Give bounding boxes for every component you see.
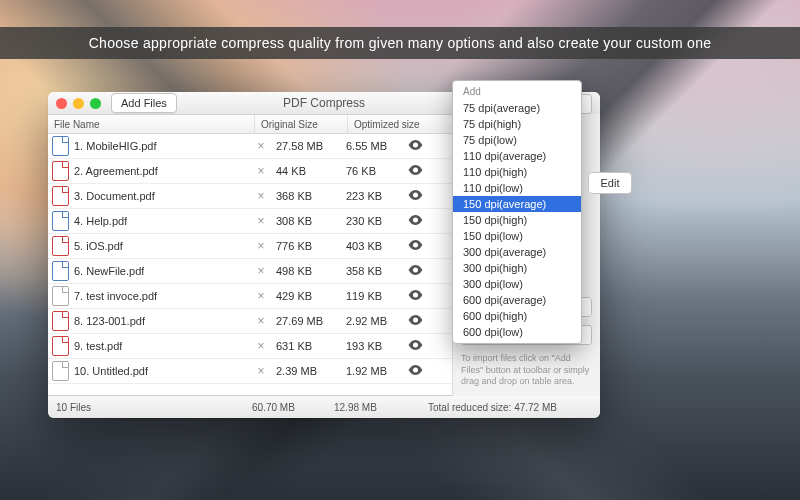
optimized-size: 358 KB: [340, 265, 404, 277]
original-size: 27.69 MB: [270, 315, 340, 327]
pdf-icon: [52, 336, 69, 356]
status-orig-total: 60.70 MB: [252, 402, 334, 413]
original-size: 308 KB: [270, 215, 340, 227]
pdf-icon: [52, 261, 69, 281]
original-size: 368 KB: [270, 190, 340, 202]
remove-icon[interactable]: ×: [252, 339, 270, 353]
pdf-icon: [52, 236, 69, 256]
optimized-size: 6.55 MB: [340, 140, 404, 152]
col-original-size[interactable]: Original Size: [255, 115, 348, 133]
file-name: 2. Agreement.pdf: [74, 165, 158, 177]
dropdown-option[interactable]: 110 dpi(high): [453, 164, 581, 180]
dropdown-option[interactable]: 75 dpi(average): [453, 100, 581, 116]
remove-icon[interactable]: ×: [252, 364, 270, 378]
preview-icon[interactable]: [404, 315, 426, 327]
file-name: 8. 123-001.pdf: [74, 315, 145, 327]
status-bar: 10 Files 60.70 MB 12.98 MB Total reduced…: [48, 395, 600, 418]
dropdown-option[interactable]: 600 dpi(average): [453, 292, 581, 308]
pdf-icon: [52, 136, 69, 156]
col-optimized-size[interactable]: Optimized size: [348, 115, 465, 133]
dropdown-option[interactable]: 75 dpi(low): [453, 132, 581, 148]
status-opt-total: 12.98 MB: [334, 402, 428, 413]
preview-icon[interactable]: [404, 340, 426, 352]
dropdown-option[interactable]: 110 dpi(average): [453, 148, 581, 164]
remove-icon[interactable]: ×: [252, 264, 270, 278]
add-files-button[interactable]: Add Files: [111, 93, 177, 113]
pdf-icon: [52, 361, 69, 381]
original-size: 498 KB: [270, 265, 340, 277]
close-icon[interactable]: [56, 98, 67, 109]
file-name: 3. Document.pdf: [74, 190, 155, 202]
remove-icon[interactable]: ×: [252, 314, 270, 328]
preview-icon[interactable]: [404, 265, 426, 277]
original-size: 429 KB: [270, 290, 340, 302]
original-size: 2.39 MB: [270, 365, 340, 377]
dropdown-option[interactable]: 110 dpi(low): [453, 180, 581, 196]
remove-icon[interactable]: ×: [252, 139, 270, 153]
file-name: 5. iOS.pdf: [74, 240, 123, 252]
hint-text: To import files click on "Add Files" but…: [461, 353, 592, 388]
file-name: 1. MobileHIG.pdf: [74, 140, 157, 152]
pdf-icon: [52, 286, 69, 306]
remove-icon[interactable]: ×: [252, 214, 270, 228]
status-reduced: Total reduced size: 47.72 MB: [428, 402, 557, 413]
dropdown-option[interactable]: 300 dpi(high): [453, 260, 581, 276]
minimize-icon[interactable]: [73, 98, 84, 109]
remove-icon[interactable]: ×: [252, 289, 270, 303]
preview-icon[interactable]: [404, 215, 426, 227]
original-size: 27.58 MB: [270, 140, 340, 152]
optimized-size: 193 KB: [340, 340, 404, 352]
optimized-size: 1.92 MB: [340, 365, 404, 377]
quality-dropdown[interactable]: Add 75 dpi(average)75 dpi(high)75 dpi(lo…: [452, 80, 582, 344]
file-name: 7. test invoce.pdf: [74, 290, 157, 302]
optimized-size: 223 KB: [340, 190, 404, 202]
preview-icon[interactable]: [404, 190, 426, 202]
preview-icon[interactable]: [404, 165, 426, 177]
status-count: 10 Files: [56, 402, 252, 413]
dropdown-option[interactable]: 300 dpi(low): [453, 276, 581, 292]
optimized-size: 230 KB: [340, 215, 404, 227]
preview-icon[interactable]: [404, 290, 426, 302]
optimized-size: 119 KB: [340, 290, 404, 302]
remove-icon[interactable]: ×: [252, 164, 270, 178]
pdf-icon: [52, 311, 69, 331]
original-size: 44 KB: [270, 165, 340, 177]
optimized-size: 403 KB: [340, 240, 404, 252]
dropdown-option[interactable]: 150 dpi(low): [453, 228, 581, 244]
preview-icon[interactable]: [404, 140, 426, 152]
traffic-lights: [48, 98, 101, 109]
pdf-icon: [52, 211, 69, 231]
optimized-size: 2.92 MB: [340, 315, 404, 327]
zoom-icon[interactable]: [90, 98, 101, 109]
dropdown-option[interactable]: 600 dpi(high): [453, 308, 581, 324]
caption-banner: Choose appropriate compress quality from…: [0, 27, 800, 59]
pdf-icon: [52, 186, 69, 206]
optimized-size: 76 KB: [340, 165, 404, 177]
original-size: 631 KB: [270, 340, 340, 352]
dropdown-option[interactable]: 150 dpi(high): [453, 212, 581, 228]
dropdown-option[interactable]: 150 dpi(average): [453, 196, 581, 212]
edit-button[interactable]: Edit: [588, 172, 632, 194]
dropdown-option[interactable]: 600 dpi(low): [453, 324, 581, 340]
preview-icon[interactable]: [404, 240, 426, 252]
dropdown-option[interactable]: 75 dpi(high): [453, 116, 581, 132]
dropdown-header: Add: [453, 84, 581, 100]
remove-icon[interactable]: ×: [252, 189, 270, 203]
file-name: 10. Untitled.pdf: [74, 365, 148, 377]
col-file-name[interactable]: File Name: [48, 115, 255, 133]
dropdown-option[interactable]: 300 dpi(average): [453, 244, 581, 260]
file-name: 4. Help.pdf: [74, 215, 127, 227]
file-name: 9. test.pdf: [74, 340, 122, 352]
preview-icon[interactable]: [404, 365, 426, 377]
remove-icon[interactable]: ×: [252, 239, 270, 253]
original-size: 776 KB: [270, 240, 340, 252]
pdf-icon: [52, 161, 69, 181]
file-name: 6. NewFile.pdf: [74, 265, 144, 277]
